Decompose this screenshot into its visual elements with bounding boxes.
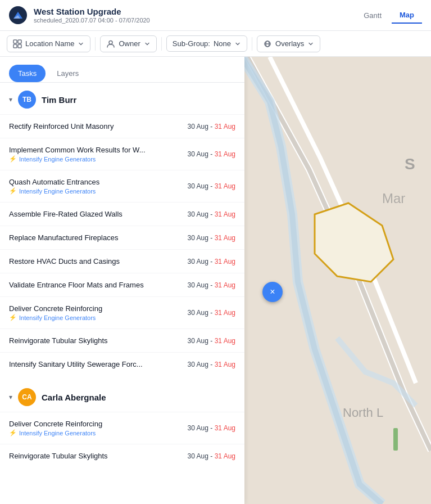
owner-icon [106,39,115,48]
task-name: Intensify Sanitary Utility Sewerage Forc… [9,360,181,368]
task-name: Reinvigorate Tubular Skylights [9,452,181,460]
task-name: Rectify Reinforced Unit Masonry [9,122,181,130]
task-left: Rectify Reinforced Unit Masonry [9,122,181,130]
task-name: Implement Common Work Results for W... [9,146,181,154]
toolbar: Location Name Owner Sub-Group: None Over… [0,31,431,57]
task-item[interactable]: Assemble Fire-Rated Glazed Walls 30 Aug … [0,202,244,226]
overlays-icon [263,39,272,48]
task-item[interactable]: Deliver Concrete Reinforcing ⚡ Intensify… [0,412,244,444]
chevron-down-icon-carla: ▾ [9,393,12,401]
task-name: Assemble Fire-Rated Glazed Walls [9,210,181,218]
toolbar-divider-1 [95,37,96,51]
task-item[interactable]: Reinvigorate Tubular Skylights 30 Aug - … [0,328,244,352]
person-name-tim-burr: Tim Burr [42,95,76,105]
tab-tasks[interactable]: Tasks [9,65,46,82]
app-logo [9,6,27,24]
task-left: Quash Automatic Entrances ⚡ Intensify En… [9,178,181,195]
chevron-down-icon-4 [307,40,314,47]
task-left: Reinvigorate Tubular Skylights [9,336,181,345]
project-title: West Station Upgrade [34,7,356,16]
toolbar-divider-2 [161,37,162,51]
overlays-button[interactable]: Overlays [257,35,320,52]
owner-button[interactable]: Owner [100,35,156,52]
panel-tabs: Tasks Layers [0,57,244,83]
task-left: Assemble Fire-Rated Glazed Walls [9,210,181,218]
task-dates: 30 Aug - 31 Aug [188,210,235,218]
chevron-down-icon-2 [144,40,151,47]
task-name: Quash Automatic Entrances [9,178,181,186]
task-sub-text: Intensify Engine Generators [19,314,96,321]
task-name: Reinvigorate Tubular Skylights [9,336,181,345]
overlays-label: Overlays [275,39,304,48]
task-dates: 30 Aug - 31 Aug [188,337,235,345]
task-sub: ⚡ Intensify Engine Generators [9,187,181,195]
chevron-down-icon-3 [234,40,241,47]
task-name: Deliver Concrete Reinforcing [9,420,181,428]
svg-text:S: S [405,155,415,173]
task-sub-text: Intensify Engine Generators [19,156,96,163]
svg-text:Mar: Mar [382,191,405,206]
owner-label: Owner [119,39,140,48]
sub-icon: ⚡ [9,314,17,321]
task-sub: ⚡ Intensify Engine Generators [9,314,181,321]
task-dates: 30 Aug - 31 Aug [188,281,235,289]
task-left: Deliver Concrete Reinforcing ⚡ Intensify… [9,420,181,436]
task-item[interactable]: Implement Common Work Results for W... ⚡… [0,138,244,170]
location-name-button[interactable]: Location Name [7,35,90,52]
task-dates: 30 Aug - 31 Aug [188,123,235,130]
task-name: Replace Manufactured Fireplaces [9,233,181,242]
task-left: Restore HVAC Ducts and Casings [9,257,181,266]
subgroup-button[interactable]: Sub-Group: None [166,35,247,52]
chevron-down-icon [78,40,84,47]
task-left: Validate Entrance Floor Mats and Frames [9,281,181,289]
task-left: Intensify Sanitary Utility Sewerage Forc… [9,360,181,368]
task-left: Replace Manufactured Fireplaces [9,233,181,242]
task-left: Implement Common Work Results for W... ⚡… [9,146,181,163]
person-section-tim-burr: ▾ TB Tim Burr Rectify Reinforced Unit Ma… [0,83,244,380]
gantt-nav-button[interactable]: Gantt [356,8,389,23]
chevron-down-icon-tim: ▾ [9,96,12,104]
task-item[interactable]: Rectify Reinforced Unit Masonry 30 Aug -… [0,114,244,138]
task-name: Deliver Concrete Reinforcing [9,304,181,313]
map-nav-button[interactable]: Map [392,7,422,24]
map-close-button[interactable]: × [262,282,283,302]
task-sub: ⚡ Intensify Engine Generators [9,429,181,436]
tab-layers[interactable]: Layers [48,65,88,82]
svg-rect-2 [18,40,21,43]
header: West Station Upgrade scheduled_2020.07.0… [0,0,431,31]
task-item[interactable]: Replace Manufactured Fireplaces 30 Aug -… [0,226,244,249]
task-dates: 30 Aug - 31 Aug [188,452,235,460]
person-header-carla-abergnale[interactable]: ▾ CA Carla Abergnale [0,380,244,412]
task-item[interactable]: Quash Automatic Entrances ⚡ Intensify En… [0,170,244,202]
header-title-block: West Station Upgrade scheduled_2020.07.0… [34,7,356,24]
task-item[interactable]: Deliver Concrete Reinforcing ⚡ Intensify… [0,296,244,328]
header-nav: Gantt Map [356,7,422,24]
project-subtitle: scheduled_2020.07.07 04:00 - 07/07/2020 [34,17,356,24]
svg-rect-4 [18,44,21,48]
task-dates: 30 Aug - 31 Aug [188,361,235,368]
task-item[interactable]: Validate Entrance Floor Mats and Frames … [0,273,244,296]
person-name-carla-abergnale: Carla Abergnale [42,393,106,402]
task-sub-text: Intensify Engine Generators [19,430,96,436]
sub-icon: ⚡ [9,187,17,195]
task-sub: ⚡ Intensify Engine Generators [9,155,181,163]
task-dates: 30 Aug - 31 Aug [188,309,235,317]
task-dates: 30 Aug - 31 Aug [188,424,235,432]
svg-rect-1 [13,40,17,43]
task-left: Deliver Concrete Reinforcing ⚡ Intensify… [9,304,181,321]
avatar-tim-burr: TB [18,91,36,109]
person-header-tim-burr[interactable]: ▾ TB Tim Burr [0,83,244,114]
side-panel: Tasks Layers ▾ TB Tim Burr Rectify Reinf… [0,57,244,504]
task-dates: 30 Aug - 31 Aug [188,182,235,190]
sub-icon: ⚡ [9,155,17,163]
subgroup-value: None [214,39,231,48]
location-icon [13,39,22,48]
person-section-carla-abergnale: ▾ CA Carla Abergnale Deliver Concrete Re… [0,380,244,472]
task-item[interactable]: Restore HVAC Ducts and Casings 30 Aug - … [0,249,244,273]
task-name: Restore HVAC Ducts and Casings [9,257,181,266]
subgroup-label: Sub-Group: [173,39,210,48]
task-item[interactable]: Reinvigorate Tubular Skylights 30 Aug - … [0,444,244,467]
task-item[interactable]: Intensify Sanitary Utility Sewerage Forc… [0,352,244,376]
task-name: Validate Entrance Floor Mats and Frames [9,281,181,289]
svg-rect-14 [393,428,398,451]
